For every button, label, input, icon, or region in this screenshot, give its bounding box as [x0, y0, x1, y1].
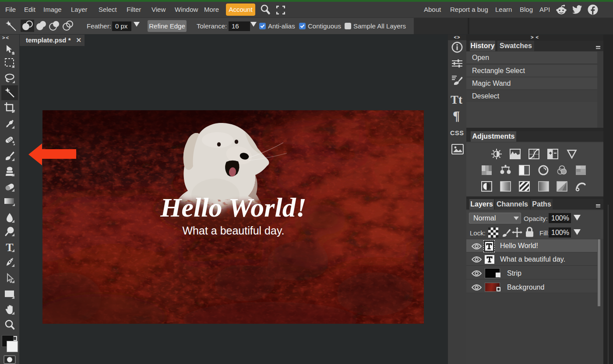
svg-text:Tt: Tt [451, 93, 462, 106]
svg-text:What a beautiful day.: What a beautiful day. [182, 224, 284, 237]
svg-text:¶: ¶ [453, 108, 460, 122]
svg-text:Hello World!: Hello World! [160, 192, 306, 222]
svg-text:T: T [6, 242, 13, 252]
svg-text:CSS: CSS [450, 130, 464, 136]
